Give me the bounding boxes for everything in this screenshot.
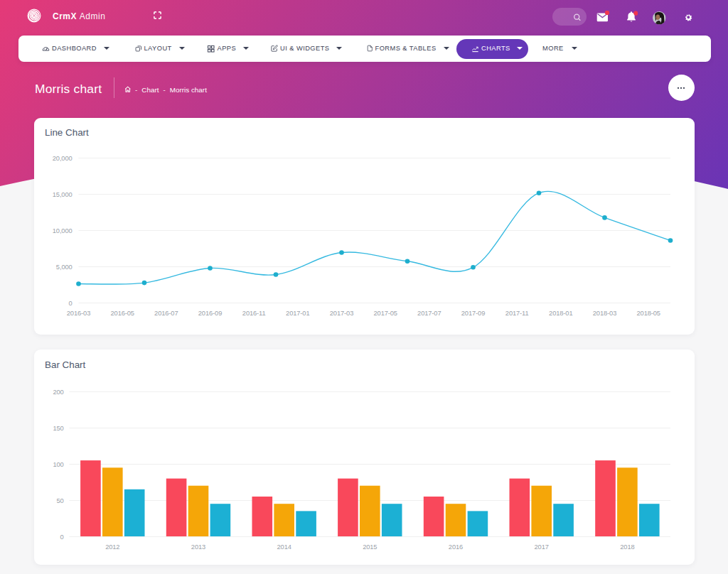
svg-text:2012: 2012 [105,543,119,551]
svg-text:2018-05: 2018-05 [636,310,660,317]
svg-text:2017-03: 2017-03 [330,310,353,317]
svg-text:150: 150 [53,425,63,432]
svg-text:2018: 2018 [620,543,634,551]
svg-text:50: 50 [56,497,63,504]
svg-text:2017-09: 2017-09 [461,310,485,317]
svg-text:10,000: 10,000 [53,227,73,234]
svg-text:200: 200 [53,389,63,396]
svg-text:20,000: 20,000 [53,155,73,162]
svg-text:2016-07: 2016-07 [154,310,178,317]
svg-text:2013: 2013 [191,543,205,551]
svg-text:2016-05: 2016-05 [110,310,134,317]
svg-text:2018-01: 2018-01 [549,310,572,317]
svg-text:2017-07: 2017-07 [417,310,441,317]
svg-text:2016-11: 2016-11 [242,310,266,317]
svg-text:2016: 2016 [449,543,463,551]
svg-text:100: 100 [53,461,63,468]
svg-text:2018-03: 2018-03 [593,310,616,317]
svg-text:0: 0 [69,300,73,307]
svg-text:2017-05: 2017-05 [373,310,397,317]
svg-text:2015: 2015 [363,543,377,551]
svg-text:2016-03: 2016-03 [67,310,90,317]
svg-text:2016-09: 2016-09 [198,310,222,317]
svg-text:2014: 2014 [277,543,291,551]
svg-text:2017: 2017 [535,543,549,551]
svg-text:15,000: 15,000 [53,191,73,198]
svg-text:5,000: 5,000 [56,264,73,271]
svg-text:0: 0 [60,534,64,541]
svg-text:2017-11: 2017-11 [505,310,529,317]
svg-text:2017-01: 2017-01 [286,310,309,317]
